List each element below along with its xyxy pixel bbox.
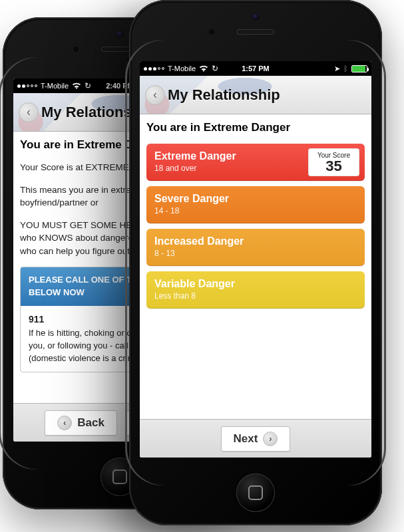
camera-dot-icon <box>252 13 259 20</box>
danger-level-extreme[interactable]: Extreme Danger 18 and over Your Score 35 <box>146 144 365 181</box>
app-header: ‹ My Relationship <box>140 76 371 114</box>
sync-icon: ↻ <box>85 82 91 90</box>
content-area: You are in Extreme Danger Extreme Danger… <box>140 114 371 419</box>
clock-label: 1:57 PM <box>242 65 270 72</box>
score-value: 35 <box>325 159 341 174</box>
back-button-footer[interactable]: ‹ Back <box>45 410 117 436</box>
home-button[interactable] <box>236 473 275 512</box>
danger-level-variable[interactable]: Variable Danger Less than 8 <box>146 271 365 309</box>
back-button[interactable]: ‹ <box>145 85 165 105</box>
level-range: Less than 8 <box>154 291 357 301</box>
location-icon: ➤ <box>334 65 340 73</box>
phone-mockup-right: T-Mobile ↻ 1:57 PM ➤ ᛒ ‹ My Relationship… <box>129 0 382 525</box>
carrier-label: T-Mobile <box>168 65 196 72</box>
wifi-icon <box>72 82 81 89</box>
status-bar: T-Mobile ↻ 1:57 PM ➤ ᛒ <box>140 61 371 76</box>
danger-level-severe[interactable]: Severe Danger 14 - 18 <box>146 186 365 223</box>
bluetooth-icon: ᛒ <box>343 65 348 72</box>
level-title: Variable Danger <box>154 278 357 290</box>
level-range: 8 - 13 <box>154 249 357 258</box>
score-badge: Your Score 35 <box>308 148 359 176</box>
result-heading: You are in Extreme Danger <box>146 121 365 134</box>
wifi-icon <box>199 65 208 72</box>
sync-icon: ↻ <box>212 65 218 72</box>
chevron-left-icon: ‹ <box>153 88 157 102</box>
level-title: Increased Danger <box>154 235 357 247</box>
speaker-grill-icon <box>237 29 274 35</box>
back-button-label: Back <box>77 416 104 430</box>
signal-dots-icon <box>17 84 37 88</box>
chevron-left-icon: ‹ <box>27 105 31 119</box>
page-title: My Relationship <box>168 86 280 104</box>
chevron-left-icon: ‹ <box>57 416 72 430</box>
level-range: 14 - 18 <box>154 206 357 215</box>
danger-level-increased[interactable]: Increased Danger 8 - 13 <box>146 229 365 266</box>
screen-right: T-Mobile ↻ 1:57 PM ➤ ᛒ ‹ My Relationship… <box>140 61 371 458</box>
phone-top-bezel <box>129 0 382 61</box>
next-button-footer[interactable]: Next › <box>221 426 291 452</box>
sensor-dot-icon <box>73 47 79 52</box>
carrier-label: T-Mobile <box>41 82 69 90</box>
level-title: Severe Danger <box>154 193 357 205</box>
back-button[interactable]: ‹ <box>19 102 39 122</box>
sensor-dot-icon <box>209 29 214 35</box>
bottom-bar: Next › <box>140 419 371 458</box>
battery-icon <box>351 65 367 72</box>
signal-dots-icon <box>144 67 164 70</box>
camera-dot-icon <box>116 31 123 37</box>
next-button-label: Next <box>234 432 258 446</box>
chevron-right-icon: › <box>263 432 278 446</box>
